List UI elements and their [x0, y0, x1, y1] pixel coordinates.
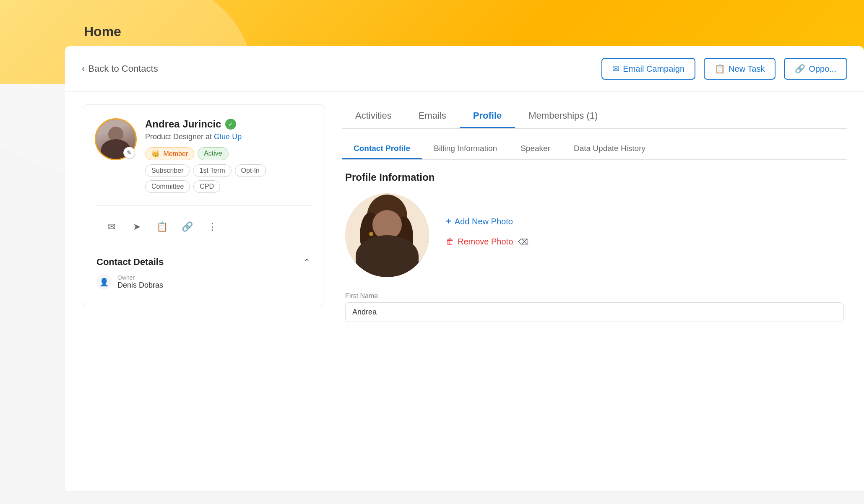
contact-card-inner: ✎ Andrea Jurincic ✓ Product Designer at … [82, 104, 325, 306]
member-badge: 👑 Member [145, 147, 194, 160]
tags-row: Subscriber 1st Term Opt-In Committee CPD [145, 164, 312, 193]
more-options-icon-button[interactable]: ⋮ [200, 214, 225, 239]
owner-detail-row: 👤 Owner Denis Dobras [96, 274, 310, 290]
first-name-field: First Name [345, 292, 844, 322]
tab-memberships[interactable]: Memberships (1) [515, 104, 611, 128]
tag-subscriber: Subscriber [145, 164, 190, 177]
top-bar: Home [0, 0, 864, 46]
verified-icon: ✓ [225, 119, 236, 130]
email-campaign-icon: ✉ [612, 64, 619, 74]
crown-icon: 👑 [151, 150, 160, 157]
svg-point-6 [395, 216, 413, 258]
email-campaign-label: Email Campaign [623, 64, 684, 74]
svg-point-11 [388, 265, 395, 271]
svg-point-10 [379, 262, 387, 271]
sub-tab-data-update-history[interactable]: Data Update History [562, 139, 657, 159]
opportunity-button[interactable]: 🔗 Oppo... [784, 58, 847, 80]
page-title: Home [84, 24, 121, 39]
first-name-label: First Name [345, 292, 844, 300]
contact-info: Andrea Jurincic ✓ Product Designer at Gl… [145, 118, 312, 197]
contact-name-row: Andrea Jurincic ✓ [145, 118, 312, 130]
task-icon-button[interactable]: 📋 [149, 214, 174, 239]
content-area: ✎ Andrea Jurincic ✓ Product Designer at … [65, 92, 864, 491]
new-task-button[interactable]: 📋 New Task [704, 58, 776, 80]
svg-rect-3 [380, 243, 394, 255]
owner-detail-content: Owner Denis Dobras [117, 274, 163, 290]
photo-row: + Add New Photo 🗑 Remove Photo ⌫ [345, 193, 844, 277]
svg-point-4 [358, 248, 416, 277]
tab-profile[interactable]: Profile [460, 104, 515, 128]
panel-header: ‹ Back to Contacts ✉ Email Campaign 📋 Ne… [65, 46, 864, 92]
contact-header: ✎ Andrea Jurincic ✓ Product Designer at … [95, 118, 312, 197]
action-icons-row: ✉ ➤ 📋 🔗 ⋮ [95, 214, 312, 239]
sub-tab-speaker[interactable]: Speaker [509, 139, 562, 159]
tag-cpd: CPD [193, 180, 220, 193]
action-buttons-group: ✉ Email Campaign 📋 New Task 🔗 Oppo... [601, 58, 847, 80]
profile-photo-circle [345, 193, 429, 277]
contact-company-link[interactable]: Glue Up [214, 132, 242, 141]
edit-avatar-button[interactable]: ✎ [123, 147, 135, 158]
profile-info-section: Profile Information [342, 171, 847, 322]
main-panel: ‹ Back to Contacts ✉ Email Campaign 📋 Ne… [65, 46, 864, 491]
cursor-indicator: ⌫ [518, 237, 528, 247]
tag-opt-in: Opt-In [235, 164, 266, 177]
divider-1 [95, 205, 312, 206]
remove-photo-button[interactable]: 🗑 Remove Photo ⌫ [446, 235, 528, 248]
avatar-wrap: ✎ [95, 118, 137, 160]
tab-activities[interactable]: Activities [342, 104, 405, 128]
profile-photo-svg [345, 193, 429, 277]
active-badge-label: Active [204, 150, 222, 157]
contact-details-header[interactable]: Contact Details ⌃ [96, 257, 310, 268]
add-photo-label: Add New Photo [455, 217, 513, 226]
svg-point-8 [390, 226, 395, 229]
tag-committee: Committee [145, 180, 190, 193]
owner-value: Denis Dobras [117, 281, 163, 290]
divider-2 [95, 248, 312, 248]
svg-point-9 [369, 232, 373, 236]
owner-label: Owner [117, 274, 163, 281]
back-arrow-icon: ‹ [82, 63, 85, 74]
svg-point-7 [380, 226, 384, 229]
contact-card: ✎ Andrea Jurincic ✓ Product Designer at … [82, 104, 325, 478]
remove-photo-trash-icon: 🗑 [446, 237, 454, 247]
contact-title-text: Product Designer at [145, 132, 212, 141]
tag-1st-term: 1st Term [193, 164, 231, 177]
opportunity-icon: 🔗 [795, 64, 805, 74]
new-task-icon: 📋 [715, 64, 725, 74]
sub-tab-contact-profile[interactable]: Contact Profile [342, 139, 422, 159]
profile-photo-image [345, 193, 429, 277]
back-to-contacts-link[interactable]: ‹ Back to Contacts [82, 63, 158, 74]
profile-info-title: Profile Information [345, 171, 844, 183]
owner-icon: 👤 [96, 275, 112, 290]
member-badge-label: Member [163, 150, 188, 157]
opportunity-label: Oppo... [809, 64, 836, 74]
photo-actions: + Add New Photo 🗑 Remove Photo ⌫ [446, 193, 528, 248]
sub-tab-billing-information[interactable]: Billing Information [422, 139, 509, 159]
email-campaign-button[interactable]: ✉ Email Campaign [601, 58, 695, 80]
contact-job-title: Product Designer at Glue Up [145, 132, 312, 141]
contact-details-title: Contact Details [96, 257, 164, 268]
collapse-icon: ⌃ [303, 257, 310, 267]
add-photo-button[interactable]: + Add New Photo [446, 214, 528, 229]
sub-tabs-row: Contact Profile Billing Information Spea… [342, 139, 847, 160]
main-tabs-row: Activities Emails Profile Memberships (1… [342, 104, 847, 129]
badges-row: 👑 Member Active [145, 147, 312, 160]
contact-details-section: Contact Details ⌃ 👤 Owner Denis Dobras [95, 257, 312, 290]
send-email-icon-button[interactable]: ✉ [99, 214, 124, 239]
back-to-contacts-label: Back to Contacts [88, 63, 158, 74]
first-name-input[interactable] [345, 302, 844, 322]
active-badge: Active [198, 147, 229, 160]
link-icon-button[interactable]: 🔗 [174, 214, 200, 239]
add-photo-plus-icon: + [446, 216, 451, 227]
contact-name: Andrea Jurincic [145, 118, 221, 130]
svg-point-2 [371, 211, 403, 247]
tab-emails[interactable]: Emails [405, 104, 460, 128]
right-panel: Activities Emails Profile Memberships (1… [342, 104, 847, 478]
send-message-icon-button[interactable]: ➤ [124, 214, 149, 239]
remove-photo-label: Remove Photo [458, 237, 513, 247]
new-task-label: New Task [729, 64, 765, 74]
